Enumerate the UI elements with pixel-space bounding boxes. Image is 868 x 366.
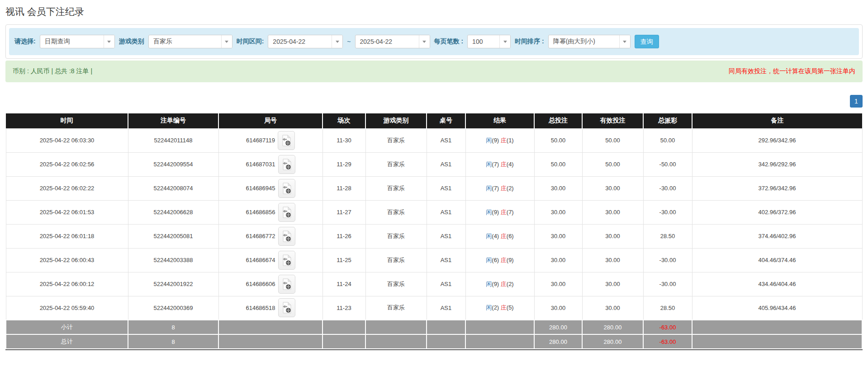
- chevron-down-icon[interactable]: [221, 35, 232, 48]
- result-player-label: 闲: [486, 233, 492, 239]
- subtotal-total-bet: 280.00: [534, 320, 582, 334]
- query-type-label: 请选择:: [14, 38, 36, 46]
- time-range-label: 时间区间:: [237, 38, 264, 46]
- total-bet-link[interactable]: 50.00: [534, 152, 582, 176]
- payout: -30.00: [643, 176, 692, 200]
- table-row: 2025-04-22 05:59:40 522442000369 6146865…: [6, 296, 862, 320]
- video-file-icon: [282, 302, 292, 314]
- bet-id: 522442001922: [128, 272, 218, 296]
- table-row: 2025-04-22 06:02:22 522442008074 6146869…: [6, 176, 862, 200]
- chevron-down-icon[interactable]: [419, 35, 430, 48]
- summary-notice: 同局有效投注，统一计算在该局第一张注单内: [729, 67, 855, 75]
- round-id-cell: 614686856: [218, 200, 323, 224]
- date-from-select[interactable]: 2025-04-22: [268, 35, 343, 48]
- chevron-down-icon[interactable]: [619, 35, 630, 48]
- video-file-icon: [282, 254, 292, 266]
- result-player-label: 闲: [486, 281, 492, 287]
- game-category-label: 游戏类别: [119, 38, 144, 46]
- result-cell: 闲(9) 庄(7): [465, 200, 534, 224]
- video-file-icon: [282, 206, 292, 218]
- table-header-row: 时间 注单编号 局号 场次 游戏类别 桌号 结果 总投注 有效投注 总派彩 备注: [6, 113, 862, 128]
- bet-time: 2025-04-22 06:02:56: [6, 152, 128, 176]
- session: 11-30: [323, 128, 365, 152]
- video-replay-button[interactable]: [278, 179, 295, 198]
- total-bet-link[interactable]: 30.00: [534, 272, 582, 296]
- date-to-select[interactable]: 2025-04-22: [355, 35, 430, 48]
- game-category: 百家乐: [365, 200, 427, 224]
- table-row: 2025-04-22 06:00:43 522442003388 6146866…: [6, 248, 862, 272]
- bet-records-table: 时间 注单编号 局号 场次 游戏类别 桌号 结果 总投注 有效投注 总派彩 备注…: [5, 113, 863, 349]
- round-id: 614686674: [246, 257, 275, 263]
- bet-time: 2025-04-22 06:00:43: [6, 248, 128, 272]
- query-type-select[interactable]: 日期查询: [40, 35, 115, 48]
- page-button-1[interactable]: 1: [850, 95, 863, 108]
- chevron-down-icon[interactable]: [499, 35, 510, 48]
- total-bet-link[interactable]: 30.00: [534, 248, 582, 272]
- total-bet-link[interactable]: 30.00: [534, 200, 582, 224]
- table-no: AS1: [427, 128, 465, 152]
- subtotal-count: 8: [128, 320, 218, 334]
- remark: 402.96/372.96: [692, 200, 862, 224]
- col-header-remark: 备注: [692, 113, 862, 128]
- date-from-value: 2025-04-22: [268, 35, 332, 48]
- session: 11-29: [323, 152, 365, 176]
- video-file-icon: [282, 159, 292, 170]
- total-bet-link[interactable]: 30.00: [534, 176, 582, 200]
- remark: 374.46/402.96: [692, 224, 862, 248]
- col-header-valid-bet: 有效投注: [582, 113, 643, 128]
- remark: 405.96/434.46: [692, 296, 862, 320]
- video-replay-button[interactable]: [278, 275, 295, 294]
- round-id: 614686856: [246, 209, 275, 216]
- session: 11-26: [323, 224, 365, 248]
- total-row: 总计 8 280.00 280.00 -63.00: [6, 334, 862, 349]
- subtotal-payout: -63.00: [643, 320, 692, 334]
- total-label: 总计: [6, 334, 128, 349]
- valid-bet: 30.00: [582, 176, 643, 200]
- video-replay-button[interactable]: [278, 155, 295, 174]
- video-replay-button[interactable]: [278, 298, 295, 317]
- result-banker-label: 庄: [501, 233, 507, 239]
- time-sort-label: 时间排序 :: [515, 38, 544, 46]
- bet-id: 522442006628: [128, 200, 218, 224]
- valid-bet: 50.00: [582, 152, 643, 176]
- total-bet-link[interactable]: 30.00: [534, 296, 582, 320]
- game-category-select[interactable]: 百家乐: [148, 35, 232, 48]
- bet-records-table-wrap: 时间 注单编号 局号 场次 游戏类别 桌号 结果 总投注 有效投注 总派彩 备注…: [5, 113, 863, 350]
- video-replay-button[interactable]: [278, 227, 295, 246]
- total-total-bet: 280.00: [534, 334, 582, 349]
- remark: 372.96/342.96: [692, 176, 862, 200]
- video-file-icon: [282, 278, 292, 290]
- summary-currency-total: 币别 : 人民币 | 总共 :8 注单 |: [13, 67, 92, 75]
- col-header-time: 时间: [6, 113, 128, 128]
- video-file-icon: [282, 230, 292, 242]
- remark: 404.46/374.46: [692, 248, 862, 272]
- video-replay-button[interactable]: [278, 251, 295, 270]
- table-row: 2025-04-22 06:03:30 522442011148 6146871…: [6, 128, 862, 152]
- video-replay-button[interactable]: [278, 203, 295, 222]
- chevron-down-icon[interactable]: [332, 35, 342, 48]
- result-cell: 闲(4) 庄(6): [465, 224, 534, 248]
- total-bet-link[interactable]: 50.00: [534, 128, 582, 152]
- bet-time: 2025-04-22 06:02:22: [6, 176, 128, 200]
- subtotal-label: 小计: [6, 320, 128, 334]
- round-id-cell: 614686606: [218, 272, 323, 296]
- table-no: AS1: [427, 296, 465, 320]
- total-payout: -63.00: [643, 334, 692, 349]
- subtotal-row: 小计 8 280.00 280.00 -63.00: [6, 320, 862, 334]
- table-row: 2025-04-22 06:02:56 522442009554 6146870…: [6, 152, 862, 176]
- page-size-select[interactable]: 100: [467, 35, 511, 48]
- bet-time: 2025-04-22 06:03:30: [6, 128, 128, 152]
- table-row: 2025-04-22 06:00:12 522442001922 6146866…: [6, 272, 862, 296]
- chevron-down-icon[interactable]: [104, 35, 114, 48]
- video-replay-button[interactable]: [278, 131, 295, 150]
- result-player-label: 闲: [486, 185, 492, 192]
- total-bet-link[interactable]: 30.00: [534, 224, 582, 248]
- payout: 28.50: [643, 224, 692, 248]
- col-header-bet-id: 注单编号: [128, 113, 218, 128]
- search-button[interactable]: 查询: [635, 35, 659, 48]
- result-cell: 闲(9) 庄(2): [465, 272, 534, 296]
- session: 11-25: [323, 248, 365, 272]
- session: 11-28: [323, 176, 365, 200]
- time-sort-select[interactable]: 降幂(由大到小): [548, 35, 631, 48]
- payout: -30.00: [643, 200, 692, 224]
